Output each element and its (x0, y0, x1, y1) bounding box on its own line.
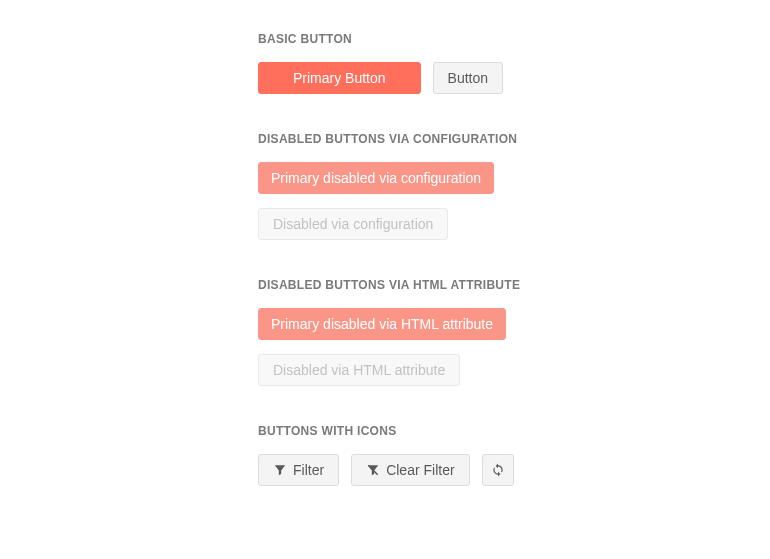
disabled-config-row-primary: Primary disabled via configuration (258, 162, 770, 194)
clear-filter-button[interactable]: Clear Filter (351, 454, 469, 486)
disabled-config-row-default: Disabled via configuration (258, 208, 770, 240)
icons-row: Filter Clear Filter (258, 454, 770, 486)
filter-button[interactable]: Filter (258, 454, 339, 486)
section-basic-button: BASIC BUTTON Primary Button Button (258, 32, 770, 94)
primary-button[interactable]: Primary Button (258, 62, 421, 94)
clear-filter-button-label: Clear Filter (386, 463, 454, 477)
filter-icon (273, 463, 287, 477)
section-disabled-config: DISABLED BUTTONS VIA CONFIGURATION Prima… (258, 132, 770, 240)
disabled-config-heading: DISABLED BUTTONS VIA CONFIGURATION (258, 132, 770, 146)
default-button[interactable]: Button (433, 62, 503, 94)
default-disabled-html-button: Disabled via HTML attribute (258, 354, 460, 386)
primary-disabled-html-button: Primary disabled via HTML attribute (258, 308, 506, 340)
icons-heading: BUTTONS WITH ICONS (258, 424, 770, 438)
disabled-html-row-default: Disabled via HTML attribute (258, 354, 770, 386)
refresh-button[interactable] (482, 454, 514, 486)
refresh-icon (491, 463, 505, 477)
filter-button-label: Filter (293, 463, 324, 477)
disabled-html-row-primary: Primary disabled via HTML attribute (258, 308, 770, 340)
basic-button-row: Primary Button Button (258, 62, 770, 94)
primary-disabled-config-button: Primary disabled via configuration (258, 162, 494, 194)
basic-button-heading: BASIC BUTTON (258, 32, 770, 46)
section-disabled-html: DISABLED BUTTONS VIA HTML ATTRIBUTE Prim… (258, 278, 770, 386)
disabled-html-heading: DISABLED BUTTONS VIA HTML ATTRIBUTE (258, 278, 770, 292)
section-buttons-with-icons: BUTTONS WITH ICONS Filter Clear Filter (258, 424, 770, 486)
clear-filter-icon (366, 463, 380, 477)
default-disabled-config-button: Disabled via configuration (258, 208, 448, 240)
